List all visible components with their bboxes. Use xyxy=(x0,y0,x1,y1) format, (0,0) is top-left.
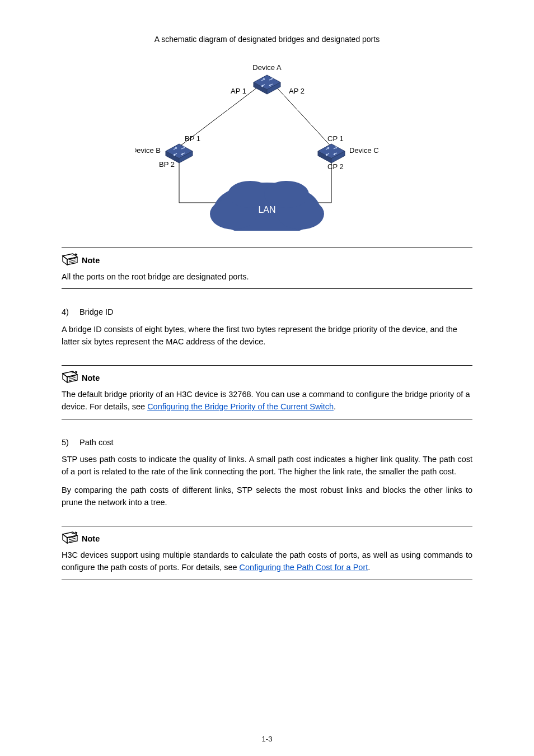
device-c-label: Device C xyxy=(349,146,379,155)
link-path-cost[interactable]: Configuring the Path Cost for a Port xyxy=(240,563,368,572)
device-a-label: Device A xyxy=(252,63,282,72)
svg-marker-27 xyxy=(63,534,67,543)
note-icon xyxy=(62,370,78,385)
note-separator xyxy=(62,248,472,248)
note-separator xyxy=(62,365,472,366)
device-b-label: Device B xyxy=(135,146,161,155)
note-label: Note xyxy=(82,372,100,384)
svg-line-24 xyxy=(69,377,76,379)
section-heading: 4) Bridge ID xyxy=(62,306,472,318)
note-separator xyxy=(62,288,472,289)
figure-caption: A schematic diagram of designated bridge… xyxy=(62,34,472,46)
page: A schematic diagram of designated bridge… xyxy=(0,0,534,756)
section-number: 4) xyxy=(62,306,77,318)
note-icon xyxy=(62,531,78,545)
section-paragraph: By comparing the path costs of different… xyxy=(62,484,472,509)
svg-marker-21 xyxy=(63,374,67,382)
note-heading: Note xyxy=(62,253,472,267)
note-text: H3C devices support using multiple stand… xyxy=(62,549,472,574)
port-ap2-label: AP 2 xyxy=(289,87,305,95)
section-title: Bridge ID xyxy=(79,307,113,316)
switch-icon xyxy=(254,75,280,94)
page-number: 1-3 xyxy=(0,734,534,745)
note-heading: Note xyxy=(62,370,472,385)
port-cp1-label: CP 1 xyxy=(327,134,344,143)
section-paragraph: STP uses path costs to indicate the qual… xyxy=(62,453,472,478)
note-text-suffix: . xyxy=(368,563,370,572)
note-label: Note xyxy=(82,254,100,267)
svg-point-13 xyxy=(264,181,309,208)
note-text: The default bridge priority of an H3C de… xyxy=(62,388,472,413)
link-bridge-priority[interactable]: Configuring the Bridge Priority of the C… xyxy=(147,402,334,411)
section-number: 5) xyxy=(62,436,77,449)
note-label: Note xyxy=(82,533,100,545)
svg-line-4 xyxy=(277,87,331,147)
topology-diagram: LAN Device A AP 1 AP 2 Device B BP 1 BP … xyxy=(135,52,399,231)
note-separator xyxy=(62,526,472,526)
switch-icon xyxy=(318,144,345,163)
lan-cloud: LAN xyxy=(210,181,324,231)
note-text-suffix: . xyxy=(334,402,336,411)
port-bp2-label: BP 2 xyxy=(159,160,175,169)
svg-marker-15 xyxy=(63,256,67,265)
svg-line-30 xyxy=(69,538,76,540)
note-separator xyxy=(62,580,472,580)
svg-line-18 xyxy=(69,260,76,262)
section-paragraph: A bridge ID consists of eight bytes, whe… xyxy=(62,323,472,348)
note-text: All the ports on the root bridge are des… xyxy=(62,270,472,283)
note-heading: Note xyxy=(62,531,472,545)
section-title: Path cost xyxy=(79,438,113,447)
section-heading: 5) Path cost xyxy=(62,436,472,449)
note-separator xyxy=(62,419,472,419)
port-bp1-label: BP 1 xyxy=(185,134,200,143)
port-ap1-label: AP 1 xyxy=(231,87,246,95)
port-cp2-label: CP 2 xyxy=(327,162,344,171)
note-icon xyxy=(62,253,78,267)
lan-label: LAN xyxy=(258,205,275,214)
